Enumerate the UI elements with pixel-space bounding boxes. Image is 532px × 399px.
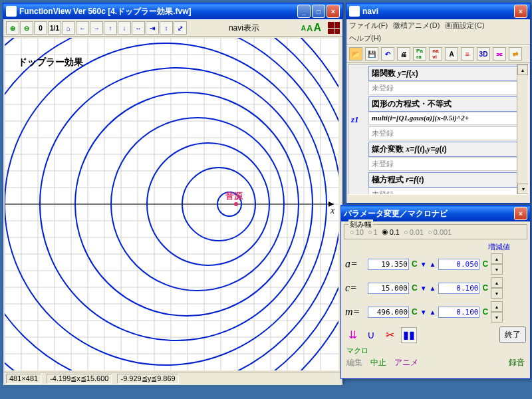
link-anime[interactable]: アニメ: [394, 357, 418, 368]
scrollbar[interactable]: ▴ ▾: [517, 65, 528, 194]
param-value-input[interactable]: [368, 307, 409, 318]
end-button[interactable]: 終了: [499, 327, 526, 343]
svg-point-53: [234, 202, 238, 206]
param-name: m=: [345, 306, 365, 318]
navi-display-label[interactable]: navi表示: [188, 23, 301, 34]
pause-icon[interactable]: ▮▮: [401, 327, 417, 343]
param-inc-input[interactable]: [438, 307, 479, 318]
param-window: パラメータ変更／マクロナビ × 刻み幅 ○10 ○1 ◉0.1 ○0.01 ○0…: [340, 205, 531, 379]
cat-equation[interactable]: 図形の方程式・不等式: [368, 96, 528, 112]
plot-title: ドップラー効果: [18, 57, 83, 68]
3d-icon[interactable]: 3D: [477, 47, 490, 61]
param-value-input[interactable]: [368, 283, 409, 294]
c-tag[interactable]: C: [412, 307, 418, 317]
c-tag2[interactable]: C: [482, 307, 488, 317]
param-value-input[interactable]: [368, 259, 409, 270]
menu-help[interactable]: ヘルプ(H): [349, 33, 381, 43]
minimize-button[interactable]: _: [297, 5, 311, 18]
functionview-window: FunctionView Ver 560c [4.ドップラー効果.fvw] _ …: [3, 3, 343, 383]
spin-down-icon[interactable]: ▾: [491, 288, 503, 299]
cat-equation-body[interactable]: multi(i=[Q1,gaus(a)](x-0.5i)^2+: [368, 112, 528, 125]
w1-titlebar[interactable]: FunctionView Ver 560c [4.ドップラー効果.fvw] _ …: [3, 3, 342, 19]
spin-up-icon[interactable]: ▴: [491, 253, 503, 264]
c-tag2[interactable]: C: [482, 259, 488, 269]
navi-button-icon[interactable]: navi: [429, 47, 442, 61]
step-001[interactable]: ○0.01: [404, 227, 424, 236]
cat-explicit[interactable]: 陽関数 y=f(x): [368, 66, 528, 81]
inc-icon[interactable]: ▲: [430, 309, 436, 316]
step-legend: 刻み幅: [348, 219, 373, 229]
status-yrange: -9.929≦y≦9.869: [117, 374, 178, 384]
w2-close-button[interactable]: ×: [514, 5, 527, 18]
w2-title: navi: [362, 7, 514, 16]
hshrink-icon[interactable]: ⇥: [146, 21, 159, 35]
print-icon[interactable]: 🖨: [397, 47, 410, 61]
home-icon[interactable]: ⌂: [62, 21, 75, 35]
c-tag2[interactable]: C: [482, 283, 488, 293]
step-01[interactable]: ◉0.1: [382, 227, 400, 236]
w2-titlebar[interactable]: navi ×: [346, 3, 530, 19]
save-icon[interactable]: 💾: [365, 47, 378, 61]
link-rec[interactable]: 録音: [509, 357, 525, 368]
link-stop[interactable]: 中止: [370, 357, 386, 368]
param-inc-input[interactable]: [438, 283, 479, 294]
w2-toolbar: 📂 💾 ↶ 🖨 Para navi A ≡ 3D ⫘ ⇄: [346, 45, 530, 63]
vstretch-icon[interactable]: ↕: [160, 21, 173, 35]
undo-icon[interactable]: ↶: [381, 47, 394, 61]
w1-toolbar: ⊕ ⊖ 0 1/1 ⌂ ← → ↑ ↓ ↔ ⇥ ↕ ⤢ navi表示 A A A: [3, 19, 342, 37]
spin-down-icon[interactable]: ▾: [491, 312, 503, 323]
inc-icon[interactable]: ▲: [430, 261, 436, 268]
menu-screen[interactable]: 画面設定(C): [445, 21, 484, 31]
grid-icon[interactable]: [328, 22, 340, 34]
left-icon[interactable]: ←: [76, 21, 89, 35]
cat-polar-body: 未登録: [368, 188, 528, 195]
scissors-icon[interactable]: ✂: [382, 328, 397, 342]
spin-up-icon[interactable]: ▴: [491, 277, 503, 288]
curve-icon[interactable]: ∪: [364, 328, 378, 342]
c-tag[interactable]: C: [412, 259, 418, 269]
inc-icon[interactable]: ▲: [430, 285, 436, 292]
zoom-out-icon[interactable]: ⊖: [20, 21, 33, 35]
para-icon[interactable]: Para: [413, 47, 426, 61]
menu-anim[interactable]: 微積アニメ(D): [393, 21, 440, 31]
param-inc-input[interactable]: [438, 259, 479, 270]
link-icon[interactable]: ⫘: [493, 47, 506, 61]
dec-icon[interactable]: ▼: [420, 261, 427, 268]
param-row-2: m=C▼▲C▴▾: [341, 300, 530, 324]
close-button[interactable]: ×: [327, 5, 340, 18]
hstretch-icon[interactable]: ↔: [132, 21, 145, 35]
font-large-icon[interactable]: A: [313, 22, 321, 34]
cat-parametric[interactable]: 媒介変数 x=f(t),y=g(t): [368, 142, 528, 157]
vshrink-icon[interactable]: ⤢: [174, 21, 187, 35]
zero-icon[interactable]: 0: [34, 21, 47, 35]
status-xrange: -4.199≦x≦15.600: [47, 374, 112, 384]
dec-icon[interactable]: ▼: [420, 285, 427, 292]
link-edit[interactable]: 編集: [346, 357, 362, 368]
step-0001[interactable]: ○0.001: [428, 227, 452, 236]
menu-file[interactable]: ファイル(F): [349, 21, 388, 31]
text-a-icon[interactable]: A: [445, 47, 458, 61]
cat-polar[interactable]: 極方程式 r=f(t): [368, 172, 528, 188]
c-tag[interactable]: C: [412, 283, 418, 293]
dec-icon[interactable]: ▼: [420, 309, 427, 316]
w1-title: FunctionView Ver 560c [4.ドップラー効果.fvw]: [19, 6, 297, 17]
spin-down-icon[interactable]: ▾: [491, 264, 503, 275]
seq-icon[interactable]: ⇄: [509, 47, 522, 61]
down-arrows-icon[interactable]: ⇊: [345, 328, 360, 342]
up-icon[interactable]: ↑: [104, 21, 117, 35]
spin-up-icon[interactable]: ▴: [491, 301, 503, 312]
lines-icon[interactable]: ≡: [461, 47, 474, 61]
open-icon[interactable]: 📂: [349, 47, 362, 61]
one-one-icon[interactable]: 1/1: [48, 21, 61, 35]
maximize-button[interactable]: □: [312, 5, 325, 18]
cat-explicit-body: 未登録: [368, 81, 528, 95]
font-small-icon[interactable]: A: [301, 25, 306, 32]
w3-title: パラメータ変更／マクロナビ: [344, 208, 514, 219]
down-icon[interactable]: ↓: [118, 21, 131, 35]
category-list: 陽関数 y=f(x) 未登録 図形の方程式・不等式 z1 multi(i=[Q1…: [348, 64, 529, 195]
font-med-icon[interactable]: A: [307, 23, 313, 33]
right-icon[interactable]: →: [90, 21, 103, 35]
zoom-in-icon[interactable]: ⊕: [6, 21, 19, 35]
w3-close-button[interactable]: ×: [514, 207, 527, 220]
plot-canvas[interactable]: x 音源 ドップラー効果: [5, 38, 338, 370]
